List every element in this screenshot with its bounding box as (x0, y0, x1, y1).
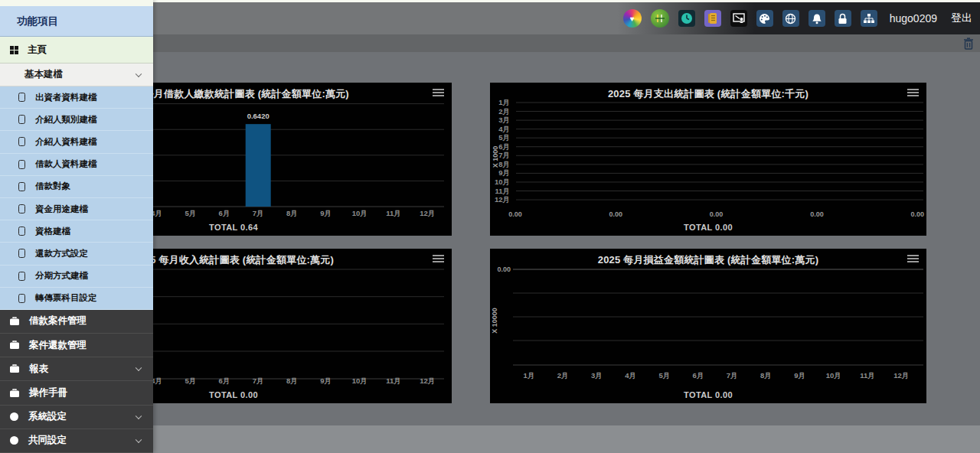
form-icon (18, 182, 25, 191)
svg-text:10月: 10月 (495, 178, 510, 186)
svg-text:12月: 12月 (893, 371, 909, 380)
svg-text:9月: 9月 (794, 371, 805, 380)
chart-menu-icon[interactable] (433, 89, 444, 98)
sidebar-item-investor-data[interactable]: 出資者資料建檔 (0, 86, 153, 109)
chart-panel-profit-loss: 2025 每月損益金額統計圖表 (統計金額單位:萬元) 0.001月2月3月4月… (490, 249, 926, 403)
svg-text:10月: 10月 (352, 376, 368, 385)
sidebar-item-manual[interactable]: 操作手冊 (0, 381, 153, 405)
svg-text:5月: 5月 (498, 133, 510, 142)
svg-text:12月: 12月 (420, 209, 435, 217)
sidebar-title: 功能項目 (0, 6, 153, 37)
svg-text:12月: 12月 (420, 376, 435, 385)
globe-icon[interactable] (782, 10, 799, 27)
palette-icon[interactable] (756, 10, 773, 27)
svg-text:8月: 8月 (760, 371, 772, 380)
chevron-down-icon (136, 365, 142, 371)
briefcase-icon (9, 317, 20, 326)
sidebar-item-loan-target[interactable]: 借款對象 (0, 176, 153, 198)
presentation-icon[interactable] (730, 10, 747, 27)
logout-button[interactable]: 登出 (951, 11, 972, 25)
sidebar-item-reports[interactable]: 報表 (0, 357, 153, 381)
colorful-app-icon[interactable]: ♥ (623, 9, 642, 28)
form-icon (18, 137, 25, 146)
sidebar-item-label: 出資者資料建檔 (35, 92, 97, 103)
svg-text:3月: 3月 (498, 116, 510, 124)
sidebar-item-common-settings[interactable]: 共同設定 (0, 429, 153, 453)
chevron-down-icon (136, 436, 142, 442)
svg-text:0.00: 0.00 (810, 210, 824, 218)
sidebar-group-basic-setup[interactable]: 基本建檔 (0, 64, 153, 86)
form-icon (18, 272, 25, 281)
bell-icon[interactable] (808, 10, 825, 27)
sidebar-item-label: 借款案件管理 (29, 314, 87, 328)
sidebar-item-borrower-data[interactable]: 借款人資料建檔 (0, 154, 153, 176)
sidebar-item-label: 分期方式建檔 (35, 270, 88, 282)
svg-text:5月: 5月 (185, 376, 196, 385)
sidebar-item-label: 案件還款管理 (29, 339, 87, 352)
sidebar-item-fund-usage[interactable]: 資金用途建檔 (0, 198, 153, 220)
svg-text:9月: 9月 (498, 168, 510, 177)
sidebar-item-referrer-data[interactable]: 介紹人資料建檔 (0, 131, 153, 153)
chart-menu-icon[interactable] (907, 255, 919, 264)
svg-text:4月: 4月 (625, 371, 636, 380)
trash-icon[interactable] (963, 37, 974, 50)
svg-text:12月: 12月 (495, 195, 510, 204)
form-icon (18, 93, 25, 102)
sidebar-item-home[interactable]: 主頁 (0, 37, 153, 64)
sidebar-item-label: 借款人資料建檔 (35, 158, 97, 170)
sidebar-item-case-repayment-management[interactable]: 案件還款管理 (0, 334, 153, 357)
sidebar-item-label: 轉傳票科目設定 (35, 292, 97, 304)
sidebar-item-referrer-category[interactable]: 介紹人類別建檔 (0, 109, 153, 131)
svg-text:X 1000: X 1000 (492, 146, 499, 168)
form-icon (18, 160, 25, 169)
sidebar-item-label: 系統設定 (28, 410, 67, 423)
chevron-down-icon (136, 412, 142, 419)
lock-icon[interactable] (835, 10, 851, 27)
sidebar-item-loan-case-management[interactable]: 借款案件管理 (0, 310, 153, 334)
svg-text:11月: 11月 (495, 187, 510, 195)
chart-menu-icon[interactable] (433, 255, 444, 264)
svg-text:0.00: 0.00 (910, 210, 924, 218)
sidebar-item-label: 借款對象 (35, 181, 70, 192)
svg-text:0.00: 0.00 (710, 210, 724, 218)
profit-loss-chart: 0.001月2月3月4月5月6月7月8月9月10月11月12月X 10000 (490, 266, 926, 389)
form-icon (18, 204, 25, 213)
svg-text:7月: 7月 (727, 371, 738, 380)
sphere-icon (9, 435, 19, 445)
chart-menu-icon[interactable] (907, 89, 919, 98)
form-icon (18, 226, 25, 236)
form-icon (18, 115, 25, 124)
sidebar-item-label: 介紹人類別建檔 (35, 114, 97, 125)
sidebar-item-label: 共同設定 (28, 434, 67, 447)
svg-text:3月: 3月 (591, 371, 603, 380)
sidebar-top-cap (0, 0, 153, 6)
heart-glyph: ♥ (630, 15, 635, 23)
svg-text:10月: 10月 (826, 371, 841, 380)
sidebar-item-label: 操作手冊 (29, 386, 67, 399)
sidebar-item-label: 主頁 (28, 44, 47, 57)
sidebar-item-qualification[interactable]: 資格建檔 (0, 220, 153, 243)
green-app-icon[interactable] (651, 9, 669, 28)
sidebar-item-installment-method[interactable]: 分期方式建檔 (0, 266, 153, 288)
svg-text:0.6420: 0.6420 (247, 112, 270, 120)
sidebar-item-repayment-method[interactable]: 還款方式設定 (0, 243, 153, 265)
sidebar-item-label: 資金用途建檔 (35, 204, 88, 215)
form-icon (18, 294, 25, 303)
sitemap-icon[interactable] (861, 10, 877, 27)
scroll-icon[interactable] (704, 10, 721, 27)
svg-text:8月: 8月 (498, 160, 510, 168)
svg-text:7月: 7月 (498, 151, 510, 159)
svg-text:0.00: 0.00 (609, 210, 623, 218)
grid-icon (10, 46, 18, 54)
svg-text:6月: 6月 (219, 376, 230, 385)
expenses-chart: 1月2月3月4月5月6月7月8月9月10月11月12月0.000.000.000… (490, 99, 926, 223)
sidebar-item-system-settings[interactable]: 系統設定 (0, 406, 153, 429)
sidebar-item-label: 還款方式設定 (35, 248, 88, 259)
svg-text:1月: 1月 (524, 371, 535, 380)
svg-text:8月: 8月 (286, 209, 298, 217)
sidebar-item-voucher-subject[interactable]: 轉傳票科目設定 (0, 288, 153, 310)
clock-icon[interactable] (678, 10, 695, 27)
chart-panel-expenses: 2025 每月支出統計圖表 (統計金額單位:千元) 1月2月3月4月5月6月7月… (490, 83, 926, 236)
svg-text:7月: 7月 (253, 376, 264, 385)
chart-total-label: TOTAL 0.00 (490, 223, 926, 232)
